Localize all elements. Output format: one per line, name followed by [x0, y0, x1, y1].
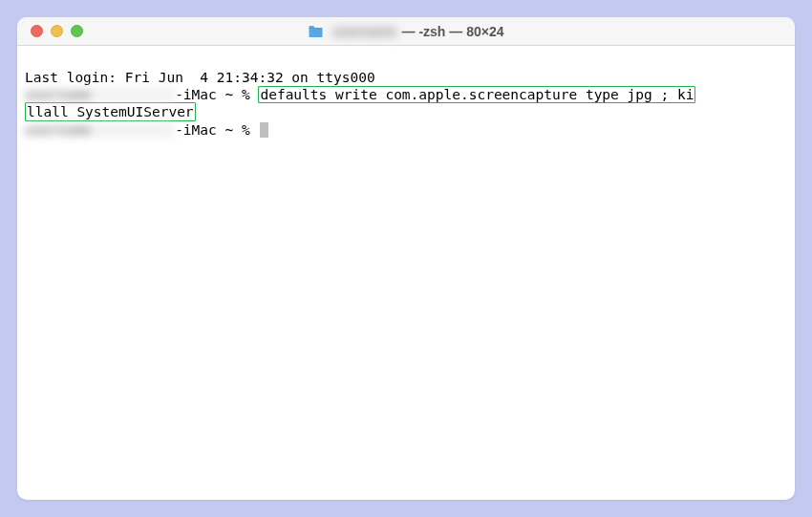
highlighted-command-part1: defaults write com.apple.screencapture t…	[258, 86, 695, 103]
blurred-hostname: username	[25, 87, 175, 102]
prompt-line-1: username -iMac ~ % defaults write com.ap…	[25, 86, 787, 103]
prompt-line-2: username -iMac ~ %	[25, 121, 787, 139]
folder-icon	[308, 25, 323, 37]
hostname-suffix: -iMac	[175, 122, 217, 138]
cursor-icon	[260, 122, 268, 138]
window-title: username — -zsh — 80×24	[308, 24, 503, 39]
zoom-icon[interactable]	[71, 25, 83, 37]
command-wrap-line: llall SystemUIServer	[25, 103, 787, 121]
minimize-icon[interactable]	[51, 25, 63, 37]
title-text: — -zsh — 80×24	[398, 24, 504, 39]
traffic-lights	[17, 25, 83, 37]
terminal-content[interactable]: Last login: Fri Jun 4 21:34:32 on ttys00…	[17, 46, 795, 500]
hostname-suffix: -iMac	[175, 87, 217, 102]
title-blurred-username: username	[331, 24, 397, 39]
prompt-separator: ~ %	[217, 122, 259, 138]
highlighted-command-part2: llall SystemUIServer	[25, 102, 196, 121]
close-icon[interactable]	[31, 25, 43, 37]
terminal-window: username — -zsh — 80×24 Last login: Fri …	[17, 17, 795, 500]
blurred-hostname: username	[25, 122, 175, 138]
last-login-line: Last login: Fri Jun 4 21:34:32 on ttys00…	[25, 69, 787, 86]
prompt-separator: ~ %	[217, 87, 259, 102]
window-titlebar[interactable]: username — -zsh — 80×24	[17, 17, 795, 46]
